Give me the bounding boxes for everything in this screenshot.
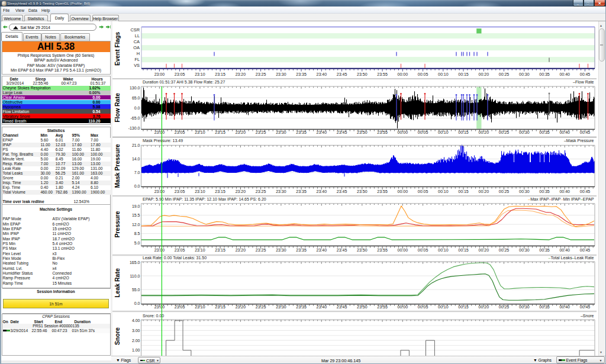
- svg-text:00:35: 00:35: [539, 72, 550, 76]
- svg-text:00:00: 00:00: [398, 248, 408, 252]
- svg-text:00:00: 00:00: [398, 189, 408, 194]
- svg-text:1.00: 1.00: [132, 348, 140, 352]
- svg-text:00:30: 00:30: [519, 72, 530, 76]
- svg-text:23:40: 23:40: [317, 189, 327, 194]
- svg-text:8.5: 8.5: [134, 231, 140, 236]
- svg-text:00:15: 00:15: [458, 189, 469, 194]
- svg-text:00:30: 00:30: [519, 189, 530, 194]
- svg-text:00:30: 00:30: [519, 130, 530, 134]
- svg-text:23:25: 23:25: [256, 248, 266, 252]
- svg-text:23:15: 23:15: [215, 130, 225, 134]
- svg-text:Pressure: Pressure: [114, 211, 121, 237]
- svg-text:00:35: 00:35: [539, 130, 550, 134]
- svg-text:00:20: 00:20: [479, 72, 489, 76]
- svg-text:00:40: 00:40: [559, 189, 570, 194]
- svg-text:00:05: 00:05: [418, 130, 428, 134]
- svg-text:15.5: 15.5: [132, 213, 140, 217]
- svg-text:00:30: 00:30: [519, 248, 530, 252]
- svg-text:00:25: 00:25: [499, 305, 510, 309]
- svg-text:00:20: 00:20: [479, 189, 489, 194]
- svg-text:23:10: 23:10: [195, 189, 205, 194]
- svg-text:23:45: 23:45: [337, 189, 347, 194]
- svg-text:00:05: 00:05: [418, 305, 428, 309]
- svg-text:23:30: 23:30: [276, 130, 286, 134]
- svg-text:23:40: 23:40: [317, 130, 327, 134]
- svg-text:23:00: 23:00: [154, 305, 165, 309]
- svg-text:23:50: 23:50: [357, 189, 368, 194]
- svg-text:23:55: 23:55: [377, 248, 388, 252]
- svg-text:00:40: 00:40: [559, 305, 570, 309]
- svg-text:23:35: 23:35: [296, 130, 307, 134]
- svg-text:23:35: 23:35: [296, 305, 307, 309]
- svg-text:23:05: 23:05: [175, 248, 185, 252]
- svg-text:00:40: 00:40: [559, 72, 570, 76]
- svg-text:23:30: 23:30: [276, 305, 286, 309]
- svg-text:00:25: 00:25: [499, 248, 510, 252]
- svg-text:23:20: 23:20: [236, 130, 246, 134]
- svg-text:0.0: 0.0: [134, 106, 140, 110]
- svg-text:165.0: 165.0: [130, 260, 140, 265]
- svg-text:23:05: 23:05: [175, 305, 185, 309]
- svg-text:7.0: 7.0: [134, 170, 140, 175]
- svg-text:00:10: 00:10: [438, 72, 449, 76]
- svg-text:–Flow Rate: –Flow Rate: [573, 80, 594, 84]
- svg-text:21.0: 21.0: [132, 143, 140, 147]
- svg-text:-65.0: -65.0: [131, 116, 140, 120]
- svg-text:00:10: 00:10: [438, 248, 449, 252]
- svg-text:Event Flags: Event Flags: [114, 32, 121, 66]
- svg-text:00:15: 00:15: [458, 72, 469, 76]
- svg-text:H: H: [137, 51, 140, 56]
- svg-text:23:50: 23:50: [357, 130, 368, 134]
- svg-text:23:25: 23:25: [256, 130, 266, 134]
- svg-text:00:45: 00:45: [580, 189, 591, 194]
- svg-text:–Mask Pressure: –Mask Pressure: [564, 138, 594, 143]
- svg-text:23:55: 23:55: [377, 305, 388, 309]
- svg-text:2.00: 2.00: [132, 339, 140, 343]
- svg-text:CSR: CSR: [130, 27, 140, 33]
- svg-text:00:20: 00:20: [479, 130, 489, 134]
- svg-text:23:45: 23:45: [337, 305, 347, 309]
- svg-text:23:50: 23:50: [357, 248, 368, 252]
- svg-text:00:15: 00:15: [458, 130, 469, 134]
- svg-text:23:00: 23:00: [154, 130, 165, 134]
- svg-text:Leak Rate: 0.00 Total Leaks: 3: Leak Rate: 0.00 Total Leaks: 31.50: [143, 256, 207, 260]
- svg-text:00:25: 00:25: [499, 130, 510, 134]
- svg-text:23:20: 23:20: [236, 248, 246, 252]
- svg-text:23:15: 23:15: [215, 248, 225, 252]
- svg-text:23:55: 23:55: [377, 130, 388, 134]
- svg-text:00:05: 00:05: [418, 72, 428, 76]
- svg-text:–Max IPAP–IPAP–Min IPAP–EPAP: –Max IPAP–IPAP–Min IPAP–EPAP: [528, 197, 594, 202]
- svg-text:0.0: 0.0: [134, 184, 140, 188]
- svg-text:-130.0: -130.0: [128, 126, 140, 130]
- svg-text:23:55: 23:55: [377, 72, 388, 76]
- svg-text:19.0: 19.0: [132, 204, 140, 208]
- svg-text:23:10: 23:10: [195, 130, 205, 134]
- svg-text:00:25: 00:25: [499, 72, 510, 76]
- svg-text:00:45: 00:45: [580, 248, 591, 252]
- svg-text:12.0: 12.0: [132, 223, 140, 227]
- svg-text:00:35: 00:35: [539, 305, 550, 309]
- svg-text:23:35: 23:35: [296, 72, 307, 76]
- svg-text:23:05: 23:05: [175, 130, 185, 134]
- svg-text:23:15: 23:15: [215, 72, 225, 76]
- svg-text:00:15: 00:15: [458, 305, 469, 309]
- svg-text:00:05: 00:05: [418, 189, 428, 194]
- svg-text:23:40: 23:40: [317, 305, 327, 309]
- svg-text:23:40: 23:40: [317, 72, 327, 76]
- svg-text:Snore: 0.00: Snore: 0.00: [143, 314, 164, 318]
- svg-text:–Snore: –Snore: [581, 314, 594, 318]
- svg-text:00:45: 00:45: [580, 130, 591, 134]
- svg-text:23:25: 23:25: [256, 72, 266, 76]
- svg-text:3.00: 3.00: [132, 328, 140, 333]
- svg-text:23:00: 23:00: [154, 189, 165, 194]
- svg-text:00:15: 00:15: [458, 248, 469, 252]
- svg-text:23:50: 23:50: [357, 72, 368, 76]
- svg-text:14.0: 14.0: [132, 157, 140, 161]
- svg-text:23:20: 23:20: [236, 72, 246, 76]
- svg-text:00:35: 00:35: [539, 248, 550, 252]
- svg-text:Mask Pressure: Mask Pressure: [114, 144, 121, 188]
- svg-text:00:30: 00:30: [519, 305, 530, 309]
- svg-text:23:05: 23:05: [175, 189, 185, 194]
- svg-text:Leak Rate: Leak Rate: [114, 268, 121, 298]
- svg-text:00:40: 00:40: [559, 130, 570, 134]
